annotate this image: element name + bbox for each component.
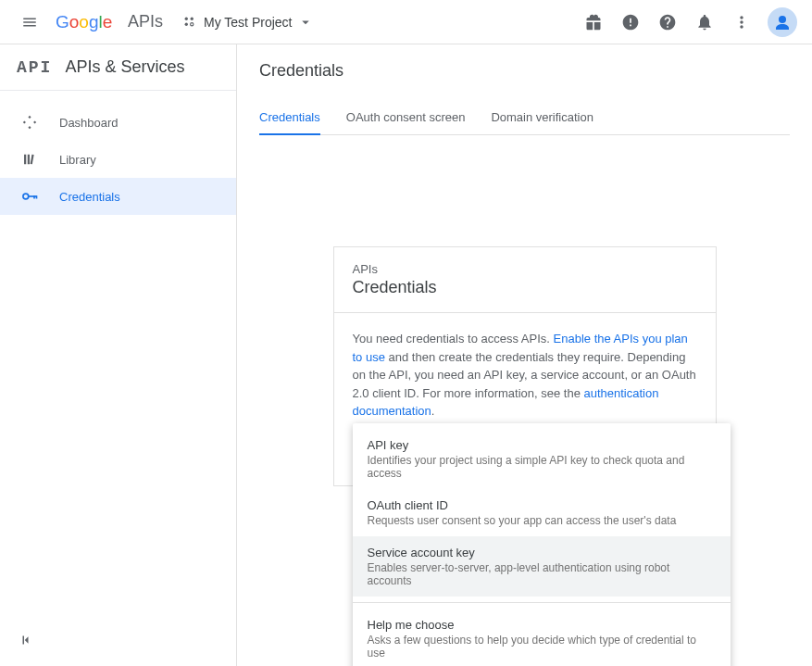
logo-suffix: APIs xyxy=(128,12,163,31)
sidebar-item-label: Credentials xyxy=(59,190,120,204)
svg-rect-15 xyxy=(33,195,35,198)
card-title: Credentials xyxy=(353,278,697,297)
top-bar: Google APIs My Test Project xyxy=(0,0,812,44)
svg-point-3 xyxy=(185,22,188,25)
help-button[interactable] xyxy=(649,4,686,41)
dropdown-item-title: OAuth client ID xyxy=(368,498,716,512)
dropdown-separator xyxy=(353,602,731,603)
svg-rect-12 xyxy=(31,155,34,165)
bell-icon xyxy=(695,13,714,31)
project-name: My Test Project xyxy=(204,15,292,30)
card-text: You need credentials to access APIs. xyxy=(353,332,554,346)
dropdown-item-desc: Identifies your project using a simple A… xyxy=(368,454,716,480)
key-icon xyxy=(19,187,41,206)
sidebar: API APIs & Services Dashboard Library Cr… xyxy=(0,44,237,666)
help-icon xyxy=(658,13,677,31)
dashboard-icon xyxy=(19,114,41,131)
card-text: . xyxy=(431,404,435,418)
create-credentials-dropdown: API key Identifies your project using a … xyxy=(353,423,731,666)
logo[interactable]: Google APIs xyxy=(56,11,163,33)
dropdown-triangle-icon xyxy=(297,14,314,31)
google-logo-icon: Google xyxy=(56,11,124,33)
sidebar-item-credentials[interactable]: Credentials xyxy=(0,178,236,215)
svg-rect-17 xyxy=(23,636,25,645)
hamburger-menu[interactable] xyxy=(7,0,52,44)
sidebar-item-dashboard[interactable]: Dashboard xyxy=(0,104,236,141)
tab-domain-verification[interactable]: Domain verification xyxy=(491,101,593,134)
page-title: Credentials xyxy=(259,44,790,101)
dropdown-item-oauth-client[interactable]: OAuth client ID Requests user consent so… xyxy=(353,489,731,536)
svg-rect-10 xyxy=(24,155,26,165)
dropdown-item-desc: Enables server-to-server, app-level auth… xyxy=(368,561,716,587)
alert-icon xyxy=(621,13,640,31)
section-logo: API xyxy=(17,58,52,77)
dropdown-item-title: Help me choose xyxy=(368,618,716,632)
svg-point-5 xyxy=(779,16,786,23)
notifications-button[interactable] xyxy=(686,4,723,41)
more-vert-icon xyxy=(732,13,751,31)
top-right-actions xyxy=(575,4,805,41)
svg-rect-14 xyxy=(28,195,36,197)
svg-point-1 xyxy=(185,17,188,19)
collapse-sidebar[interactable] xyxy=(19,632,35,651)
project-selector[interactable]: My Test Project xyxy=(181,14,314,31)
dropdown-item-service-account[interactable]: Service account key Enables server-to-se… xyxy=(353,536,731,597)
card-overline: APIs xyxy=(353,262,697,276)
main-content: Credentials Credentials OAuth consent sc… xyxy=(237,44,812,666)
dropdown-item-desc: Asks a few questions to help you decide … xyxy=(368,634,716,660)
gift-icon xyxy=(584,13,603,31)
svg-rect-11 xyxy=(28,155,30,165)
sidebar-item-label: Library xyxy=(59,153,96,167)
credentials-card: APIs Credentials You need credentials to… xyxy=(333,246,717,486)
gift-button[interactable] xyxy=(575,4,612,41)
avatar[interactable] xyxy=(768,7,797,37)
project-icon xyxy=(181,14,198,31)
dropdown-item-title: API key xyxy=(368,438,716,452)
svg-point-4 xyxy=(191,22,194,25)
svg-rect-16 xyxy=(36,195,38,198)
library-icon xyxy=(19,151,41,168)
sidebar-item-label: Dashboard xyxy=(59,116,119,130)
dropdown-item-api-key[interactable]: API key Identifies your project using a … xyxy=(353,429,731,489)
dropdown-item-desc: Requests user consent so your app can ac… xyxy=(368,514,716,527)
sidebar-item-library[interactable]: Library xyxy=(0,141,236,178)
sidebar-header[interactable]: API APIs & Services xyxy=(0,44,236,91)
tab-credentials[interactable]: Credentials xyxy=(259,101,320,135)
section-title: APIs & Services xyxy=(65,57,184,77)
svg-text:Google: Google xyxy=(56,12,112,31)
more-button[interactable] xyxy=(723,4,760,41)
chevron-left-icon xyxy=(19,632,35,648)
tabs: Credentials OAuth consent screen Domain … xyxy=(259,101,790,135)
alert-button[interactable] xyxy=(612,4,649,41)
menu-icon xyxy=(21,14,38,31)
tab-oauth-consent[interactable]: OAuth consent screen xyxy=(346,101,466,134)
svg-point-2 xyxy=(191,17,194,19)
dropdown-item-title: Service account key xyxy=(368,546,716,559)
person-icon xyxy=(771,11,793,33)
dropdown-item-help-choose[interactable]: Help me choose Asks a few questions to h… xyxy=(353,609,731,666)
